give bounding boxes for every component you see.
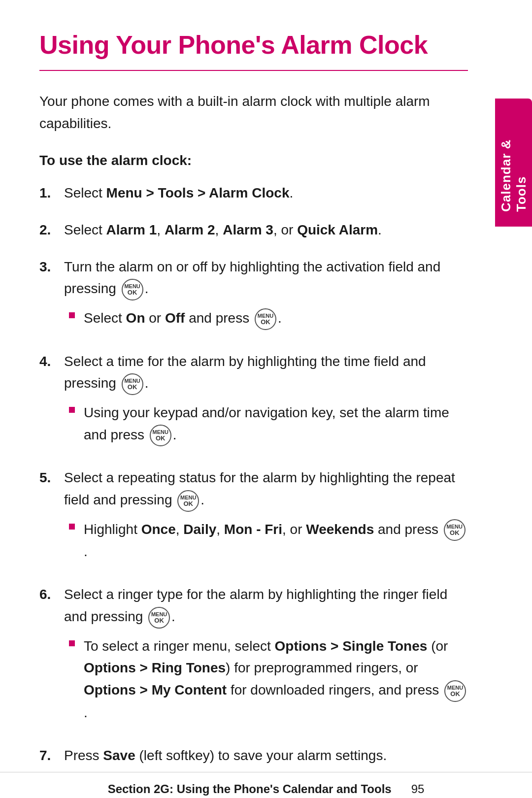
sidebar-label: Calendar & Tools	[499, 113, 529, 212]
step-1-number: 1.	[39, 182, 64, 204]
menu-ok-icon-5a: MENUOK	[177, 490, 199, 512]
step-5: 5. Select a repeating status for the ala…	[39, 467, 468, 569]
step-4-bullets: Using your keypad and/or navigation key,…	[69, 402, 468, 446]
footer-page-number: 95	[401, 782, 425, 796]
step-5-bullets: Highlight Once, Daily, Mon - Fri, or Wee…	[69, 519, 468, 563]
bullet-icon	[69, 407, 75, 413]
step-1-content: Select Menu > Tools > Alarm Clock.	[64, 182, 468, 204]
step-5-number: 5.	[39, 467, 64, 489]
step-2-content: Select Alarm 1, Alarm 2, Alarm 3, or Qui…	[64, 219, 468, 241]
sidebar-tab: Calendar & Tools	[495, 99, 532, 227]
step-6: 6. Select a ringer type for the alarm by…	[39, 584, 468, 730]
footer-inner: Section 2G: Using the Phone's Calendar a…	[39, 782, 493, 796]
section-heading: To use the alarm clock:	[39, 153, 468, 168]
step-6-content: Select a ringer type for the alarm by hi…	[64, 584, 468, 730]
step-4-content: Select a time for the alarm by highlight…	[64, 351, 468, 453]
step-5-bullet-1-content: Highlight Once, Daily, Mon - Fri, or Wee…	[84, 519, 468, 563]
step-6-number: 6.	[39, 584, 64, 606]
step-5-bullet-1: Highlight Once, Daily, Mon - Fri, or Wee…	[69, 519, 468, 563]
bullet-icon	[69, 640, 75, 646]
step-7-content: Press Save (left softkey) to save your a…	[64, 745, 468, 767]
title-divider	[39, 70, 468, 71]
page-footer: Section 2G: Using the Phone's Calendar a…	[0, 772, 532, 796]
bullet-icon	[69, 312, 75, 318]
step-3-content: Turn the alarm on or off by highlighting…	[64, 256, 468, 336]
step-4-bullet-1: Using your keypad and/or navigation key,…	[69, 402, 468, 446]
menu-ok-icon-3b: MENUOK	[255, 308, 276, 330]
steps-list: 1. Select Menu > Tools > Alarm Clock. 2.…	[39, 182, 468, 766]
step-6-bullet-1-content: To select a ringer menu, select Options …	[84, 635, 468, 724]
step-5-content: Select a repeating status for the alarm …	[64, 467, 468, 569]
intro-text: Your phone comes with a built-in alarm c…	[39, 91, 468, 135]
footer-section-label: Section 2G: Using the Phone's Calendar a…	[108, 782, 392, 796]
step-4: 4. Select a time for the alarm by highli…	[39, 351, 468, 453]
page-title: Using Your Phone's Alarm Clock	[39, 30, 468, 60]
step-4-number: 4.	[39, 351, 64, 373]
step-1: 1. Select Menu > Tools > Alarm Clock.	[39, 182, 468, 204]
menu-ok-icon-6b: MENUOK	[444, 680, 466, 702]
step-7-number: 7.	[39, 745, 64, 767]
step-3-bullet-1: Select On or Off and press MENUOK.	[69, 307, 468, 330]
step-2: 2. Select Alarm 1, Alarm 2, Alarm 3, or …	[39, 219, 468, 241]
step-7: 7. Press Save (left softkey) to save you…	[39, 745, 468, 767]
menu-ok-icon-4b: MENUOK	[150, 425, 171, 446]
page-container: Calendar & Tools Using Your Phone's Alar…	[0, 0, 532, 798]
step-3-bullets: Select On or Off and press MENUOK.	[69, 307, 468, 330]
step-4-bullet-1-content: Using your keypad and/or navigation key,…	[84, 402, 468, 446]
menu-ok-icon-6a: MENUOK	[148, 607, 170, 629]
step-6-bullet-1: To select a ringer menu, select Options …	[69, 635, 468, 724]
menu-ok-icon-4a: MENUOK	[122, 373, 143, 395]
step-2-number: 2.	[39, 219, 64, 241]
menu-ok-icon-5b: MENUOK	[444, 519, 466, 541]
step-3-bullet-1-content: Select On or Off and press MENUOK.	[84, 307, 468, 330]
menu-ok-icon-3a: MENUOK	[122, 279, 143, 300]
step-3-number: 3.	[39, 256, 64, 278]
step-6-bullets: To select a ringer menu, select Options …	[69, 635, 468, 724]
step-3: 3. Turn the alarm on or off by highlight…	[39, 256, 468, 336]
bullet-icon	[69, 524, 75, 530]
